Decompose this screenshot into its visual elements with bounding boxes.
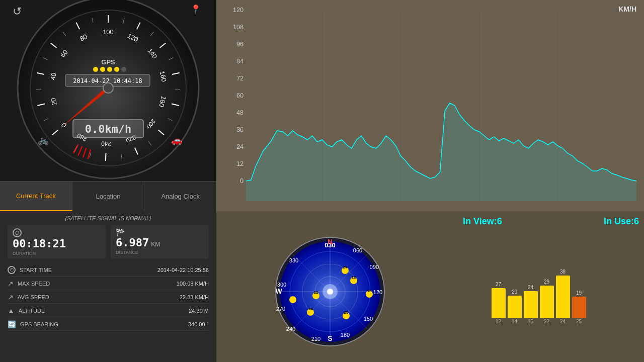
max-speed-row: ↗ MAX SPEED 100.08 KM/H [8,278,209,290]
compass-display: 030 060 090 120 150 180 210 240 270 300 … [275,236,385,347]
satellite-bars: 27 12 20 14 24 15 29 [492,264,586,324]
svg-text:60: 60 [236,92,244,99]
avg-speed-row: ↗ AVG SPEED 22.83 KM/H [8,291,209,304]
svg-point-110 [327,289,333,295]
svg-text:GPS: GPS [101,58,115,66]
duration-label: DURATION [13,251,101,256]
svg-text:108: 108 [233,23,244,31]
speed-chart-svg: 120 108 96 84 72 60 48 36 24 12 0 [224,5,636,206]
svg-text:96: 96 [236,40,244,48]
distance-unit: KM [151,241,160,248]
svg-text:180: 180 [340,332,349,338]
svg-text:240: 240 [286,326,295,332]
svg-text:210: 210 [311,336,320,342]
speedo-gauge: ↺ 📍 [5,0,211,181]
svg-point-51 [114,67,119,72]
svg-line-26 [106,153,106,161]
chart-unit-label: KM/H [618,5,636,13]
svg-text:0.0km/h: 0.0km/h [85,123,132,135]
tab-current-track[interactable]: Current Track [0,182,72,211]
svg-text:24: 24 [343,265,347,269]
svg-text:100: 100 [103,28,114,36]
svg-text:12: 12 [351,275,356,280]
svg-text:72: 72 [236,74,244,82]
svg-text:22: 22 [313,290,318,295]
svg-text:S: S [328,334,332,342]
svg-text:40: 40 [49,72,58,80]
svg-text:N: N [327,238,332,246]
gps-bearing-row: 🔄 GPS BEARING 340.00 ° [8,318,209,331]
svg-text:060: 060 [353,247,362,253]
speedometer-svg: 0 20 40 60 80 100 [15,0,201,181]
tab-analog-clock[interactable]: Analog Clock [144,182,216,211]
svg-text:84: 84 [236,57,244,65]
svg-text:🚗: 🚗 [171,135,183,146]
svg-text:12: 12 [236,160,244,167]
svg-point-50 [107,67,112,72]
svg-point-52 [121,67,126,72]
svg-text:14: 14 [308,307,312,311]
distance-card: 🏁 6.987 KM DISTANCE [111,225,209,259]
satellite-panel: In View:6 In Use:6 [216,211,644,362]
svg-text:090: 090 [369,264,378,270]
tab-location[interactable]: Location [72,182,145,211]
svg-text:🚲: 🚲 [38,135,49,146]
stats-panel: {SATELLITE SIGNAL IS NORMAL} ⏱ 00:18:21 … [0,211,216,362]
svg-text:240: 240 [101,140,112,148]
svg-text:15: 15 [367,289,371,293]
svg-text:48: 48 [236,109,244,116]
svg-text:36: 36 [236,126,244,133]
in-use-label: In Use:6 [604,216,639,227]
speed-chart-panel: KM/H 120 108 96 84 72 60 [216,0,644,211]
svg-text:150: 150 [363,316,372,322]
altitude-row: ▲ ALTITUDE 24.30 M [8,305,209,317]
svg-text:270: 270 [276,306,285,312]
svg-text:0: 0 [240,177,244,185]
distance-label: DISTANCE [116,250,204,255]
svg-text:24: 24 [236,143,244,150]
svg-text:120: 120 [373,289,382,295]
in-view-label: In View:6 [463,216,502,227]
svg-point-48 [93,67,98,72]
svg-text:25: 25 [344,310,348,315]
duration-card: ⏱ 00:18:21 DURATION [8,225,106,259]
start-time-row: ⏱ START TIME 2014-04-22 10:25:56 [8,264,209,277]
svg-point-49 [100,67,105,72]
svg-text:W: W [275,287,282,295]
svg-point-124 [289,296,296,303]
distance-value: 6.987 [116,236,149,249]
duration-value: 00:18:21 [13,237,101,250]
speedometer-panel: ↺ 📍 [0,0,216,211]
stats-rows: ⏱ START TIME 2014-04-22 10:25:56 ↗ MAX S… [8,264,209,331]
svg-text:120: 120 [233,6,244,14]
satellite-status: {SATELLITE SIGNAL IS NORMAL} [8,215,209,221]
